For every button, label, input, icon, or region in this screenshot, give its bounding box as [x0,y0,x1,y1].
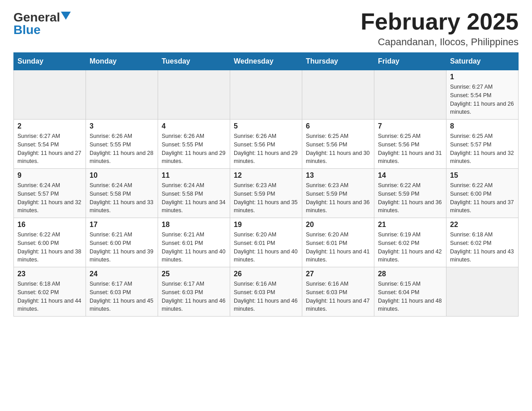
calendar-table: SundayMondayTuesdayWednesdayThursdayFrid… [13,52,519,317]
calendar-cell: 28Sunrise: 6:15 AM Sunset: 6:04 PM Dayli… [374,267,446,317]
day-number: 18 [162,221,226,229]
day-number: 12 [234,171,298,180]
day-number: 27 [306,270,370,278]
calendar-cell: 25Sunrise: 6:17 AM Sunset: 6:03 PM Dayli… [158,267,230,317]
calendar-cell: 4Sunrise: 6:26 AM Sunset: 5:55 PM Daylig… [158,120,230,169]
logo-arrow-icon [61,12,71,21]
calendar-cell [302,70,374,120]
day-number: 6 [306,122,370,130]
day-info: Sunrise: 6:15 AM Sunset: 6:04 PM Dayligh… [378,280,442,313]
day-number: 10 [90,171,154,180]
day-info: Sunrise: 6:26 AM Sunset: 5:55 PM Dayligh… [90,132,154,166]
calendar-cell: 19Sunrise: 6:20 AM Sunset: 6:01 PM Dayli… [230,218,302,267]
day-number: 14 [378,171,442,180]
calendar-header-row: SundayMondayTuesdayWednesdayThursdayFrid… [14,53,519,70]
calendar-cell: 6Sunrise: 6:25 AM Sunset: 5:56 PM Daylig… [302,120,374,169]
day-info: Sunrise: 6:17 AM Sunset: 6:03 PM Dayligh… [90,280,154,313]
calendar-cell: 17Sunrise: 6:21 AM Sunset: 6:00 PM Dayli… [86,218,158,267]
calendar-cell: 13Sunrise: 6:23 AM Sunset: 5:59 PM Dayli… [302,169,374,218]
calendar-cell: 3Sunrise: 6:26 AM Sunset: 5:55 PM Daylig… [86,120,158,169]
calendar-cell [230,70,302,120]
calendar-cell: 9Sunrise: 6:24 AM Sunset: 5:57 PM Daylig… [14,169,86,218]
day-number: 9 [17,171,82,180]
day-number: 24 [90,270,154,278]
calendar-week-row: 23Sunrise: 6:18 AM Sunset: 6:02 PM Dayli… [14,267,519,317]
day-number: 21 [378,221,442,229]
calendar-cell: 12Sunrise: 6:23 AM Sunset: 5:59 PM Dayli… [230,169,302,218]
day-info: Sunrise: 6:18 AM Sunset: 6:02 PM Dayligh… [17,280,82,313]
calendar-cell: 7Sunrise: 6:25 AM Sunset: 5:56 PM Daylig… [374,120,446,169]
day-number: 16 [17,221,82,229]
day-info: Sunrise: 6:22 AM Sunset: 6:00 PM Dayligh… [17,231,82,264]
day-number: 7 [378,122,442,130]
day-number: 13 [306,171,370,180]
calendar-cell: 23Sunrise: 6:18 AM Sunset: 6:02 PM Dayli… [14,267,86,317]
title-block: February 2025 Capandanan, Ilocos, Philip… [360,9,519,48]
day-number: 1 [450,73,515,81]
day-info: Sunrise: 6:24 AM Sunset: 5:58 PM Dayligh… [90,181,154,215]
day-info: Sunrise: 6:20 AM Sunset: 6:01 PM Dayligh… [234,231,298,264]
day-info: Sunrise: 6:19 AM Sunset: 6:02 PM Dayligh… [378,231,442,264]
day-number: 25 [162,270,226,278]
calendar-cell [158,70,230,120]
logo-blue-text: Blue [13,24,41,36]
day-info: Sunrise: 6:18 AM Sunset: 6:02 PM Dayligh… [450,231,515,264]
day-info: Sunrise: 6:25 AM Sunset: 5:57 PM Dayligh… [450,132,515,166]
calendar-cell [374,70,446,120]
day-info: Sunrise: 6:20 AM Sunset: 6:01 PM Dayligh… [306,231,370,264]
day-number: 15 [450,171,515,180]
logo: General Blue [13,9,71,36]
calendar-cell: 26Sunrise: 6:16 AM Sunset: 6:03 PM Dayli… [230,267,302,317]
calendar-cell: 10Sunrise: 6:24 AM Sunset: 5:58 PM Dayli… [86,169,158,218]
day-number: 19 [234,221,298,229]
calendar-cell: 5Sunrise: 6:26 AM Sunset: 5:56 PM Daylig… [230,120,302,169]
calendar-cell: 1Sunrise: 6:27 AM Sunset: 5:54 PM Daylig… [446,70,519,120]
day-number: 2 [17,122,82,130]
day-info: Sunrise: 6:22 AM Sunset: 5:59 PM Dayligh… [378,181,442,215]
day-info: Sunrise: 6:26 AM Sunset: 5:55 PM Dayligh… [162,132,226,166]
day-info: Sunrise: 6:24 AM Sunset: 5:57 PM Dayligh… [17,181,82,215]
calendar-week-row: 9Sunrise: 6:24 AM Sunset: 5:57 PM Daylig… [14,169,519,218]
calendar-cell: 14Sunrise: 6:22 AM Sunset: 5:59 PM Dayli… [374,169,446,218]
day-info: Sunrise: 6:16 AM Sunset: 6:03 PM Dayligh… [234,280,298,313]
calendar-cell: 11Sunrise: 6:24 AM Sunset: 5:58 PM Dayli… [158,169,230,218]
month-title: February 2025 [360,9,519,34]
day-number: 28 [378,270,442,278]
day-info: Sunrise: 6:16 AM Sunset: 6:03 PM Dayligh… [306,280,370,313]
day-header-monday: Monday [86,53,158,70]
day-info: Sunrise: 6:22 AM Sunset: 6:00 PM Dayligh… [450,181,515,215]
day-number: 3 [90,122,154,130]
calendar-week-row: 1Sunrise: 6:27 AM Sunset: 5:54 PM Daylig… [14,70,519,120]
calendar-cell [446,267,519,317]
day-number: 5 [234,122,298,130]
logo-general-text: General [13,11,60,24]
calendar-week-row: 2Sunrise: 6:27 AM Sunset: 5:54 PM Daylig… [14,120,519,169]
day-info: Sunrise: 6:23 AM Sunset: 5:59 PM Dayligh… [234,181,298,215]
location-title: Capandanan, Ilocos, Philippines [360,36,519,48]
day-number: 11 [162,171,226,180]
day-header-tuesday: Tuesday [158,53,230,70]
calendar-cell [86,70,158,120]
calendar-cell: 20Sunrise: 6:20 AM Sunset: 6:01 PM Dayli… [302,218,374,267]
svg-marker-0 [61,12,71,20]
calendar-cell: 2Sunrise: 6:27 AM Sunset: 5:54 PM Daylig… [14,120,86,169]
calendar-cell: 21Sunrise: 6:19 AM Sunset: 6:02 PM Dayli… [374,218,446,267]
day-header-sunday: Sunday [14,53,86,70]
day-info: Sunrise: 6:17 AM Sunset: 6:03 PM Dayligh… [162,280,226,313]
calendar-cell: 27Sunrise: 6:16 AM Sunset: 6:03 PM Dayli… [302,267,374,317]
page-header: General Blue February 2025 Capandanan, I… [13,9,519,48]
calendar-cell: 15Sunrise: 6:22 AM Sunset: 6:00 PM Dayli… [446,169,519,218]
calendar-cell: 22Sunrise: 6:18 AM Sunset: 6:02 PM Dayli… [446,218,519,267]
calendar-week-row: 16Sunrise: 6:22 AM Sunset: 6:00 PM Dayli… [14,218,519,267]
day-info: Sunrise: 6:21 AM Sunset: 6:00 PM Dayligh… [90,231,154,264]
day-header-friday: Friday [374,53,446,70]
day-number: 23 [17,270,82,278]
day-info: Sunrise: 6:27 AM Sunset: 5:54 PM Dayligh… [450,83,515,116]
day-header-saturday: Saturday [446,53,519,70]
day-info: Sunrise: 6:24 AM Sunset: 5:58 PM Dayligh… [162,181,226,215]
day-header-wednesday: Wednesday [230,53,302,70]
day-number: 17 [90,221,154,229]
day-number: 4 [162,122,226,130]
day-info: Sunrise: 6:21 AM Sunset: 6:01 PM Dayligh… [162,231,226,264]
calendar-cell: 8Sunrise: 6:25 AM Sunset: 5:57 PM Daylig… [446,120,519,169]
